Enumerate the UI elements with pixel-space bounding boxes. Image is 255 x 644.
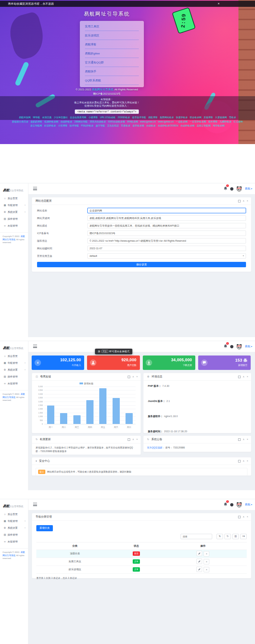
- sidebar-item-插件管理[interactable]: ▧插件管理: [0, 531, 28, 538]
- friend-link[interactable]: 凌云导航网: [30, 124, 42, 128]
- friend-link[interactable]: 自动收录: [146, 124, 156, 128]
- expand-icon[interactable]: [238, 438, 241, 441]
- friend-link[interactable]: PS站秒收录: [81, 124, 94, 128]
- theme-toggle-icon[interactable]: [230, 345, 233, 348]
- friend-link[interactable]: 花雨云导航网: [197, 124, 211, 128]
- hamburger-menu-icon[interactable]: [33, 503, 37, 507]
- hero-menu-link[interactable]: 实用工具区: [85, 22, 139, 31]
- hero-menu-link[interactable]: QQ联系易航: [85, 76, 139, 85]
- delete-button[interactable]: ×: [204, 551, 209, 556]
- friend-link[interactable]: www.qymao.cn: [158, 120, 174, 124]
- expand-icon[interactable]: [238, 200, 241, 202]
- friend-link[interactable]: 一首页秒收录网: [190, 120, 206, 124]
- friend-link[interactable]: 自动秒收录OSSBJs: [158, 124, 178, 128]
- expand-icon[interactable]: [128, 438, 130, 441]
- collapse-icon[interactable]: ∧: [132, 436, 134, 443]
- friend-link[interactable]: 免费网站收录: [160, 116, 174, 119]
- friend-link[interactable]: 2030秒收录: [118, 116, 130, 119]
- form-input-ICP备案号[interactable]: [87, 231, 246, 236]
- form-input-网站描述[interactable]: [87, 223, 246, 228]
- friend-link[interactable]: URL123自动收: [100, 116, 115, 119]
- close-icon[interactable]: ×: [216, 1, 221, 7]
- sidebar-copyright-link[interactable]: 易航网址引导系统: [3, 551, 25, 556]
- form-input-网站创建时间[interactable]: [87, 246, 246, 251]
- delete-button[interactable]: ×: [204, 559, 209, 564]
- copyright-site-link[interactable]: 易航网址引导系统: [92, 88, 114, 91]
- notifications-bell-icon[interactable]: 1: [224, 501, 227, 508]
- friend-link[interactable]: 鸿宇收录网: [213, 124, 225, 128]
- friend-link[interactable]: 9300自动收录墙: [108, 120, 125, 124]
- form-input-网站名称[interactable]: [87, 208, 246, 213]
- friend-link[interactable]: 小笑博客: [58, 124, 67, 128]
- friend-link[interactable]: 友情交换: [42, 116, 51, 119]
- close-icon[interactable]: ×: [247, 513, 248, 520]
- friend-link[interactable]: 老李收录墙: [133, 124, 145, 128]
- friend-link[interactable]: 小猪博客: [88, 116, 98, 119]
- delete-button[interactable]: ×: [204, 567, 209, 572]
- friend-link[interactable]: 98导航: [33, 116, 40, 119]
- edit-button[interactable]: [196, 551, 202, 556]
- save-settings-button[interactable]: 保存设置: [37, 262, 246, 267]
- sidebar-item-导航管理[interactable]: ▦导航管理›: [0, 518, 28, 524]
- close-icon[interactable]: ×: [136, 436, 138, 443]
- friend-link[interactable]: 王先生笔记: [107, 124, 119, 128]
- friend-link[interactable]: 联合收录网: [190, 116, 202, 119]
- friend-link[interactable]: 288网址导航: [74, 120, 88, 124]
- notifications-bell-icon[interactable]: 1: [224, 343, 227, 350]
- friend-link[interactable]: 放字导航: [96, 124, 105, 128]
- friend-link[interactable]: 自动秒收录网: [181, 124, 195, 128]
- hero-menu-link[interactable]: 娱乐游戏区: [85, 31, 139, 40]
- sidebar-item-插件管理[interactable]: ▧插件管理: [0, 373, 28, 380]
- friend-link[interactable]: 企业在线查询网: [70, 116, 86, 119]
- sidebar-item-导航管理[interactable]: ▦导航管理›: [0, 359, 28, 366]
- edit-button[interactable]: [196, 559, 202, 564]
- friend-link[interactable]: 一起收录网: [176, 120, 188, 124]
- qq-group-link[interactable]: 官方QQ交流群：: [147, 446, 165, 449]
- sidebar-item-系统设置[interactable]: ⚙系统设置›: [0, 524, 28, 531]
- close-icon[interactable]: ×: [247, 436, 248, 443]
- sidebar-item-系统设置[interactable]: ⚙系统设置›: [0, 209, 28, 215]
- add-category-button[interactable]: 新增分类: [36, 525, 53, 531]
- friend-link[interactable]: 老李技术导航: [132, 116, 146, 119]
- friend-link[interactable]: 九樱秒收录: [220, 120, 232, 124]
- collapse-icon[interactable]: ∧: [243, 513, 245, 520]
- friend-link[interactable]: 999收录网: [127, 120, 138, 124]
- close-icon[interactable]: ×: [247, 457, 248, 465]
- user-menu[interactable]: 易航 ▾: [245, 503, 252, 506]
- friend-link[interactable]: 久爱链接网: [215, 116, 227, 119]
- friend-link[interactable]: 自动秒收录: [60, 120, 72, 124]
- close-icon[interactable]: ×: [247, 373, 248, 380]
- expand-icon[interactable]: [238, 376, 241, 378]
- friend-link[interactable]: 易航博客: [148, 116, 158, 119]
- friend-link[interactable]: 353LA自动收录: [90, 120, 106, 124]
- pagination-toggle-icon[interactable]: ⇅: [217, 534, 223, 539]
- friend-link[interactable]: 技术导航: [69, 124, 79, 128]
- collapse-icon[interactable]: ∧: [243, 457, 245, 465]
- hero-menu-link[interactable]: 易航博客: [85, 40, 139, 49]
- sidebar-item-友链管理[interactable]: ∞友链管理: [0, 380, 28, 387]
- columns-icon[interactable]: ▥: [232, 534, 239, 539]
- notifications-bell-icon[interactable]: 1: [224, 185, 227, 192]
- friend-link[interactable]: 少女神主题社: [54, 116, 68, 119]
- friend-link[interactable]: 好运秒收录: [44, 124, 56, 128]
- friend-link[interactable]: 易航科技网: [19, 116, 31, 119]
- friend-link[interactable]: 雪收录: [229, 116, 236, 119]
- friend-link[interactable]: 红太狼年: [234, 120, 243, 124]
- expand-icon[interactable]: [128, 376, 130, 378]
- hamburger-menu-icon[interactable]: [33, 187, 37, 191]
- close-icon[interactable]: ×: [136, 373, 138, 380]
- export-icon[interactable]: ≡▾: [240, 534, 247, 539]
- friend-link[interactable]: 爱链接分类目录: [12, 120, 28, 124]
- sidebar-item-友链管理[interactable]: ∞友链管理: [0, 538, 28, 545]
- sidebar-item-导航管理[interactable]: ▦导航管理›: [0, 202, 28, 209]
- search-input[interactable]: [181, 534, 212, 539]
- friend-link[interactable]: 快速秒收录: [176, 116, 188, 119]
- hero-menu-link[interactable]: 官方通知QQ群: [85, 58, 139, 67]
- sidebar-item-插件管理[interactable]: ▧插件管理: [0, 215, 28, 222]
- sidebar-item-后台首页[interactable]: ⌂后台首页: [0, 511, 28, 518]
- form-input-版权信息[interactable]: [87, 238, 246, 243]
- friend-link[interactable]: 百度收录: [121, 124, 131, 128]
- collapse-icon[interactable]: ∧: [243, 436, 245, 443]
- hero-menu-link[interactable]: 易航快手: [85, 67, 139, 76]
- user-menu[interactable]: 易航 ▾: [245, 187, 252, 191]
